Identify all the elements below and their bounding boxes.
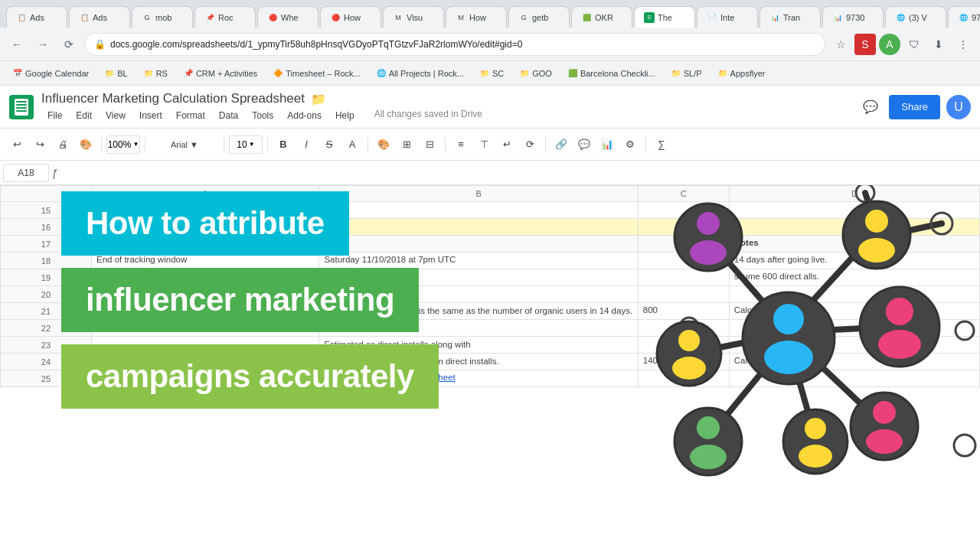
comment-button[interactable]: 💬 bbox=[573, 134, 595, 155]
font-selector[interactable]: Arial ▼ bbox=[150, 134, 219, 155]
menu-format[interactable]: Format bbox=[170, 109, 211, 122]
tab-getb[interactable]: G getb bbox=[508, 6, 570, 28]
bookmark-appsflyer[interactable]: 📁 Appsflyer bbox=[711, 66, 772, 81]
tab-ads2[interactable]: 📋 Ads bbox=[69, 6, 130, 28]
cell-b15[interactable] bbox=[319, 202, 638, 219]
tab-tran[interactable]: 📊 Tran bbox=[760, 6, 821, 28]
filter-button[interactable]: ⚙ bbox=[619, 134, 641, 155]
cell-b17[interactable]: Value bbox=[319, 236, 638, 253]
cell-b18[interactable]: Saturday 11/10/2018 at 7pm UTC bbox=[319, 253, 638, 269]
cell-d18[interactable]: 14 days after going live. bbox=[729, 253, 979, 269]
tab-okr[interactable]: 🟩 OKR bbox=[571, 6, 632, 28]
reload-button[interactable]: ⟳ bbox=[58, 34, 80, 55]
chart-button[interactable]: 📊 bbox=[596, 134, 618, 155]
cell-d22[interactable] bbox=[729, 320, 979, 337]
tab-visu[interactable]: M Visu bbox=[383, 6, 444, 28]
col-d-header[interactable]: D bbox=[729, 186, 979, 202]
redo-button[interactable]: ↪ bbox=[29, 134, 51, 155]
tab-ads1[interactable]: 📋 Ads bbox=[6, 6, 67, 28]
tab-how1[interactable]: 🔴 How bbox=[320, 6, 381, 28]
merge-button[interactable]: ⊟ bbox=[419, 134, 440, 155]
cell-c24[interactable]: 1400 bbox=[638, 354, 729, 370]
cell-reference-box[interactable]: A18 bbox=[3, 164, 49, 182]
comments-icon[interactable]: 💬 bbox=[858, 95, 883, 119]
cell-a23[interactable] bbox=[91, 337, 318, 354]
italic-button[interactable]: I bbox=[296, 134, 317, 155]
cell-b20[interactable] bbox=[319, 286, 638, 303]
bookmark-bl[interactable]: 📁 BL bbox=[98, 66, 133, 81]
menu-tools[interactable]: Tools bbox=[246, 109, 279, 122]
menu-data[interactable]: Data bbox=[213, 109, 244, 122]
font-size-selector[interactable]: 10 ▼ bbox=[229, 135, 263, 154]
cell-c20[interactable] bbox=[638, 286, 729, 303]
bookmark-sc[interactable]: 📁 SC bbox=[473, 66, 510, 81]
cell-a19[interactable]: Final direct installs bbox=[91, 269, 318, 286]
wrap-button[interactable]: ↵ bbox=[496, 134, 518, 155]
address-bar[interactable]: 🔒 docs.google.com/spreadsheets/d/1_ypmyT… bbox=[84, 33, 825, 56]
forward-button[interactable]: → bbox=[32, 34, 54, 55]
cell-b19[interactable] bbox=[319, 269, 638, 286]
cell-a24[interactable]: Total attributed installs bbox=[91, 354, 318, 370]
bookmark-slp[interactable]: 📁 SL/P bbox=[665, 66, 708, 81]
cell-d25[interactable] bbox=[729, 370, 979, 387]
zoom-selector[interactable]: 100% ▼ bbox=[106, 135, 140, 154]
bookmark-timesheet[interactable]: 🔶 Timesheet – Rock... bbox=[266, 66, 366, 81]
strikethrough-button[interactable]: S bbox=[318, 134, 340, 155]
spreadsheet-title[interactable]: Influencer Marketing Calculation Spreads… bbox=[41, 91, 305, 106]
text-color-button[interactable]: A bbox=[341, 134, 363, 155]
bookmark-rs[interactable]: 📁 RS bbox=[137, 66, 174, 81]
extension-button[interactable]: S bbox=[854, 34, 876, 55]
col-c-header[interactable]: C bbox=[638, 186, 729, 202]
cell-c22[interactable] bbox=[638, 320, 729, 337]
undo-button[interactable]: ↩ bbox=[6, 134, 28, 155]
cell-d15[interactable] bbox=[729, 202, 979, 219]
bookmark-goo[interactable]: 📁 GOO bbox=[513, 66, 558, 81]
tab-intel[interactable]: 📄 Inte bbox=[697, 6, 758, 28]
menu-file[interactable]: File bbox=[41, 109, 68, 122]
cell-d23[interactable] bbox=[729, 337, 979, 354]
menu-addons[interactable]: Add-ons bbox=[281, 109, 328, 122]
cell-b25[interactable]: http://bit.ly/InfluencerSpreadsheet bbox=[319, 370, 638, 387]
tab-whe[interactable]: 🔴 Whe bbox=[257, 6, 318, 28]
cell-c23[interactable] bbox=[638, 337, 729, 354]
cell-a18[interactable]: End of tracking window bbox=[91, 253, 318, 269]
fill-color-button[interactable]: 🎨 bbox=[373, 134, 394, 155]
cell-d17[interactable]: Notes bbox=[729, 236, 979, 253]
tab-how2[interactable]: M How bbox=[446, 6, 507, 28]
cell-c17[interactable] bbox=[638, 236, 729, 253]
tab-973[interactable]: 🌐 973 bbox=[948, 6, 980, 28]
cell-c18[interactable] bbox=[638, 253, 729, 269]
cell-a20[interactable] bbox=[91, 286, 318, 303]
menu-view[interactable]: View bbox=[100, 109, 132, 122]
rotate-button[interactable]: ⟳ bbox=[519, 134, 541, 155]
cell-a15[interactable]: POS bbox=[91, 202, 318, 219]
menu-help[interactable]: Help bbox=[329, 109, 361, 122]
align-button[interactable]: ≡ bbox=[450, 134, 472, 155]
shield-button[interactable]: 🛡 bbox=[903, 34, 925, 55]
menu-button[interactable]: ⋮ bbox=[952, 34, 974, 55]
valign-button[interactable]: ⊤ bbox=[473, 134, 495, 155]
cell-c16[interactable] bbox=[638, 219, 729, 236]
bookmark-barcelona[interactable]: 🟩 Barcelona Checkli... bbox=[561, 66, 662, 81]
tab-9730[interactable]: 📊 9730 bbox=[822, 6, 884, 28]
cell-a16[interactable] bbox=[91, 219, 318, 236]
bookmark-star-button[interactable]: ☆ bbox=[830, 34, 851, 55]
cell-b22[interactable] bbox=[319, 320, 638, 337]
cell-d19[interactable]: ssume 600 direct alls. bbox=[729, 269, 979, 286]
cell-d21[interactable]: Calculated as R * D1 bbox=[729, 303, 979, 320]
borders-button[interactable]: ⊞ bbox=[396, 134, 417, 155]
back-button[interactable]: ← bbox=[6, 34, 28, 55]
tab-mob[interactable]: G mob bbox=[132, 6, 193, 28]
cell-a25[interactable] bbox=[91, 370, 318, 387]
user-avatar[interactable]: U bbox=[946, 95, 971, 119]
function-button[interactable]: ∑ bbox=[651, 134, 672, 155]
cell-a22[interactable] bbox=[91, 320, 318, 337]
cell-a21[interactable]: Esti as a result of directly attributed … bbox=[91, 303, 318, 320]
cell-d20[interactable] bbox=[729, 286, 979, 303]
folder-icon[interactable]: 📁 bbox=[311, 92, 326, 106]
cell-c15[interactable] bbox=[638, 202, 729, 219]
print-button[interactable]: 🖨 bbox=[52, 134, 74, 155]
col-a-header[interactable]: A bbox=[91, 186, 318, 202]
cell-c19[interactable] bbox=[638, 269, 729, 286]
cell-b24[interactable]: estimated organic installs from direct i… bbox=[319, 354, 638, 370]
